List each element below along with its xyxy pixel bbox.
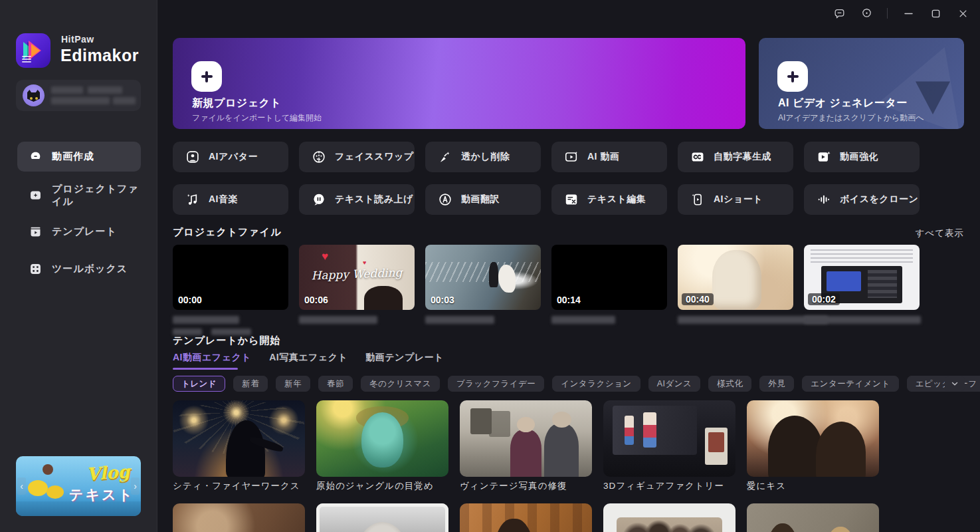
project-thumbnail[interactable]: 00:40 <box>678 245 793 310</box>
child-illustration <box>43 464 53 475</box>
sidebar-item-project-files[interactable]: プロジェクトファイル <box>17 180 141 210</box>
tool-label: 動画強化 <box>840 151 878 163</box>
plus-icon <box>191 61 222 92</box>
tool-label: AI 動画 <box>587 151 619 163</box>
sidebar-item-templates[interactable]: テンプレート <box>17 217 141 247</box>
template-card[interactable] <box>747 400 879 477</box>
ai-video-icon <box>564 150 579 164</box>
template-card[interactable] <box>747 503 879 532</box>
redacted-username <box>51 86 83 94</box>
tool-text-edit[interactable]: テキスト編集 <box>551 184 667 215</box>
text-edit-icon <box>564 192 579 207</box>
template-tabs: AI動画エフェクト AI写真エフェクト 動画テンプレート <box>173 352 444 369</box>
template-card[interactable] <box>173 503 305 532</box>
tool-label: テキスト編集 <box>587 194 646 205</box>
template-card[interactable] <box>603 503 735 532</box>
duration-badge: 00:03 <box>431 295 454 305</box>
chip-interaction[interactable]: インタラクション <box>552 376 640 392</box>
tool-watermark-remove[interactable]: 透かし削除 <box>425 142 541 172</box>
tool-ai-video[interactable]: AI 動画 <box>551 142 667 172</box>
ai-shorts-icon <box>690 192 705 207</box>
duration-badge: 00:02 <box>808 293 840 305</box>
template-card[interactable] <box>316 400 448 477</box>
template-card-label[interactable]: 愛にキス <box>747 480 786 492</box>
tool-label: AIショート <box>714 194 763 205</box>
show-all-link[interactable]: すべて表示 <box>916 227 964 239</box>
tab-ai-video-effects[interactable]: AI動画エフェクト <box>173 352 251 369</box>
active-tab-underline <box>173 368 238 370</box>
tool-label: 動画翻訳 <box>461 194 500 205</box>
titlebar <box>833 0 976 27</box>
avatar[interactable] <box>23 84 45 106</box>
redacted-filename <box>804 316 921 324</box>
tool-voice-clone[interactable]: ボイスをクローン <box>804 184 920 215</box>
chip-stylize[interactable]: 様式化 <box>708 376 751 392</box>
tab-video-templates[interactable]: 動画テンプレート <box>365 352 444 369</box>
text-to-speech-icon <box>312 192 326 207</box>
help-icon[interactable] <box>860 7 873 20</box>
template-card-label[interactable]: シティ・ファイヤーワークス <box>173 480 300 492</box>
template-card-label[interactable]: ヴィンテージ写真の修復 <box>460 480 567 492</box>
template-card[interactable] <box>316 503 448 532</box>
chip-trend[interactable]: トレンド <box>173 376 225 392</box>
redacted-username <box>88 86 122 94</box>
app-logo-icon <box>16 33 50 68</box>
banner-title: AI ビデオ ジェネレーター <box>778 96 908 110</box>
redacted-filename <box>173 316 239 324</box>
carousel-prev-icon[interactable]: ‹ <box>17 477 26 495</box>
template-card[interactable] <box>603 400 735 477</box>
chip-winter-christmas[interactable]: 冬のクリスマス <box>361 376 440 392</box>
project-thumbnail[interactable]: Happy Wedding 00:06 <box>299 245 415 310</box>
promo-title: Vlog <box>86 462 131 485</box>
tool-text-to-speech[interactable]: テキスト読み上げ <box>299 184 415 215</box>
sidebar-item-video-create[interactable]: 動画作成 <box>17 142 141 172</box>
sidebar-item-label: テンプレート <box>52 225 117 238</box>
tool-ai-shorts[interactable]: AIショート <box>678 184 793 215</box>
chip-new[interactable]: 新着 <box>233 376 268 392</box>
chip-entertainment[interactable]: エンターテイメント <box>802 376 898 392</box>
tool-ai-music[interactable]: AI音楽 <box>173 184 288 215</box>
new-project-banner[interactable]: 新規プロジェクト ファイルをインポートして編集開始 <box>173 38 745 129</box>
titlebar-divider <box>887 8 888 19</box>
tab-ai-photo-effects[interactable]: AI写真エフェクト <box>269 352 347 369</box>
redacted-userinfo <box>113 97 136 104</box>
feedback-icon[interactable] <box>833 7 846 20</box>
carousel-next-icon[interactable]: › <box>131 477 140 495</box>
voice-clone-icon <box>817 192 831 207</box>
maximize-icon[interactable] <box>929 7 942 20</box>
template-card[interactable] <box>460 503 592 532</box>
tool-ai-avatar[interactable]: AIアバター <box>173 142 288 172</box>
redacted-userinfo <box>51 97 110 104</box>
user-profile-card[interactable] <box>16 80 141 111</box>
chevron-down-icon[interactable] <box>945 376 965 391</box>
template-card-label[interactable]: 3Dフィギュアファクトリー <box>603 480 724 492</box>
chip-black-friday[interactable]: ブラックフライデー <box>448 376 544 392</box>
sidebar: HitPaw Edimakor 動画作成 プロジェクトファイル テンプレート ツ… <box>0 0 157 532</box>
redacted-filename <box>299 316 377 324</box>
chip-epic-morph[interactable]: エピックモーフ <box>907 376 980 392</box>
project-thumbnail[interactable]: 00:03 <box>425 245 541 310</box>
tool-video-translate[interactable]: 動画翻訳 <box>425 184 541 215</box>
ai-video-generator-banner[interactable]: AI ビデオ ジェネレーター AIアイデアまたはスクリプトから動画へ <box>759 38 964 129</box>
chip-ai-dance[interactable]: AIダンス <box>648 376 701 392</box>
chip-new-year[interactable]: 新年 <box>276 376 310 392</box>
template-card-label[interactable]: 原始のジャングルの目覚め <box>316 480 434 492</box>
project-thumbnail[interactable]: 00:14 <box>551 245 667 310</box>
close-icon[interactable] <box>956 7 969 20</box>
project-thumbnail[interactable]: 00:02 <box>804 245 920 310</box>
plus-icon <box>777 61 808 92</box>
sidebar-item-toolbox[interactable]: ツールボックス <box>17 254 141 284</box>
chip-spring-festival[interactable]: 春節 <box>318 376 353 392</box>
tool-video-enhance[interactable]: 動画強化 <box>804 142 920 172</box>
minimize-icon[interactable] <box>902 7 915 20</box>
template-card[interactable] <box>173 400 305 477</box>
promo-banner-vlog-text[interactable]: Vlog テキスト ‹ › <box>16 456 141 516</box>
project-thumbnail[interactable]: 00:00 <box>173 245 288 310</box>
tool-label: 自動字幕生成 <box>714 151 771 163</box>
template-card[interactable] <box>460 400 592 477</box>
banner-title: 新規プロジェクト <box>192 96 281 110</box>
redacted-filename <box>425 316 494 324</box>
chip-appearance[interactable]: 外見 <box>759 376 794 392</box>
tool-face-swap[interactable]: フェイススワップ <box>299 142 415 172</box>
tool-auto-subtitle[interactable]: 自動字幕生成 <box>678 142 793 172</box>
